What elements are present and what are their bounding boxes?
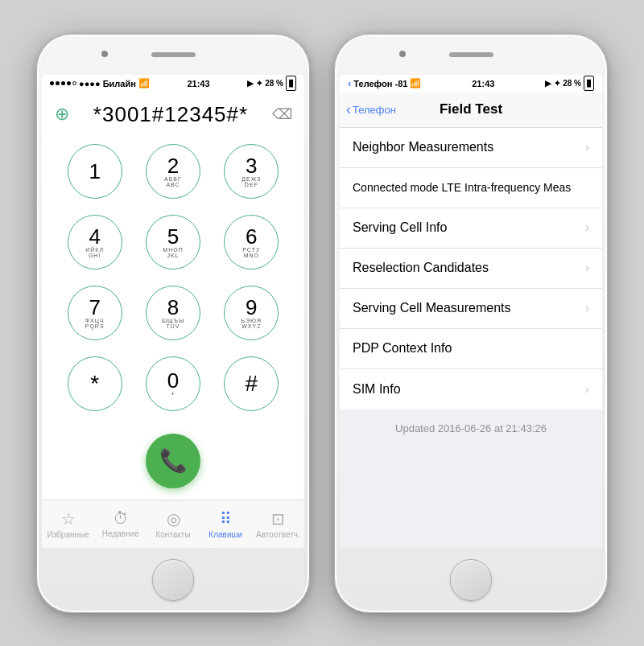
key-star[interactable]: * bbox=[68, 356, 122, 411]
battery-icon-2: ▮ bbox=[584, 76, 594, 91]
nav-title: Field Test bbox=[440, 101, 502, 117]
keypad-label: Клавиши bbox=[208, 530, 242, 539]
chevron-icon-4: › bbox=[585, 261, 589, 275]
key-7-num: 7 bbox=[89, 297, 100, 318]
key-1[interactable]: 1 bbox=[68, 144, 122, 199]
phone-bottom bbox=[152, 548, 194, 612]
dialer-view: ⊕ *3001#12345#* ⌫ 1 2 АБВГАВС 3 ДЕЖЗDEF bbox=[42, 93, 304, 548]
delete-icon[interactable]: ⌫ bbox=[272, 105, 291, 123]
signal-dot-5 bbox=[72, 81, 76, 85]
favorites-icon: ☆ bbox=[61, 509, 76, 529]
signal-dot-4 bbox=[67, 81, 71, 85]
key-3-num: 3 bbox=[246, 155, 257, 176]
key-3-sub: ДЕЖЗDEF bbox=[242, 176, 261, 187]
list-item-neighbor-label: Neighbor Measurements bbox=[353, 140, 493, 154]
key-2-sub: АБВГАВС bbox=[164, 176, 182, 187]
tab-voicemail[interactable]: ⊡ Автоответч. bbox=[252, 509, 304, 539]
key-9-sub: ЬЭЮЯWXYZ bbox=[241, 318, 262, 329]
field-test-view: ‹ Телефон Field Test Neighbor Measuremen… bbox=[340, 93, 602, 548]
list-item-pdp[interactable]: PDP Context Info bbox=[340, 329, 602, 369]
status-left: ●●●● Билайн 📶 bbox=[50, 78, 150, 88]
voicemail-icon: ⊡ bbox=[271, 509, 285, 529]
key-5-num: 5 bbox=[167, 226, 179, 247]
phone-dialer: ●●●● Билайн 📶 21:43 ▶ ✦ 28 % ▮ ⊕ *3001#1… bbox=[36, 34, 310, 613]
chevron-icon-1: › bbox=[585, 140, 589, 154]
key-6[interactable]: 6 РСТУMNO bbox=[224, 215, 279, 270]
key-4-num: 4 bbox=[89, 226, 100, 247]
back-icon: ‹ bbox=[346, 101, 351, 118]
call-row: 📞 bbox=[42, 427, 304, 500]
list-item-pdp-label: PDP Context Info bbox=[353, 341, 452, 356]
carrier-label: ●●●● Билайн bbox=[79, 79, 136, 88]
home-button-2[interactable] bbox=[450, 559, 492, 601]
phone-field-test: ‹ Телефон -81 📶 21:43 ▶ ✦ 28 % ▮ ‹ Телеф… bbox=[334, 34, 608, 613]
field-test-screen: ‹ Телефон -81 📶 21:43 ▶ ✦ 28 % ▮ ‹ Телеф… bbox=[340, 75, 602, 548]
chevron-icon-7: › bbox=[585, 382, 589, 397]
key-8[interactable]: 8 ШЩЪЫTUV bbox=[146, 286, 200, 340]
list-item-reselection[interactable]: Reselection Candidates › bbox=[340, 249, 602, 289]
speaker-2 bbox=[449, 52, 493, 57]
tab-favorites[interactable]: ☆ Избранные bbox=[42, 509, 94, 539]
key-9[interactable]: 9 ЬЭЮЯWXYZ bbox=[224, 286, 279, 340]
chevron-icon-3: › bbox=[585, 220, 589, 235]
battery-label-2: 28 % bbox=[563, 79, 581, 88]
carrier-label-2: Телефон -81 bbox=[353, 79, 407, 88]
key-hash[interactable]: # bbox=[224, 356, 279, 411]
key-5[interactable]: 5 МНОПJKL bbox=[146, 215, 200, 270]
tab-contacts[interactable]: ◎ Контакты bbox=[147, 509, 199, 539]
contacts-icon: ◎ bbox=[167, 509, 180, 529]
location-icon: ▶ bbox=[247, 79, 254, 88]
status-bar: ●●●● Билайн 📶 21:43 ▶ ✦ 28 % ▮ bbox=[42, 75, 304, 93]
phone-bottom-2 bbox=[450, 548, 492, 612]
key-9-num: 9 bbox=[246, 297, 257, 318]
dialer-number-display: *3001#12345#* bbox=[76, 102, 266, 127]
menu-list-container: Neighbor Measurements › Connected mode L… bbox=[340, 128, 602, 548]
nav-back-button[interactable]: ‹ Телефон bbox=[346, 101, 396, 118]
signal-dot-3 bbox=[61, 81, 65, 85]
list-item-neighbor[interactable]: Neighbor Measurements › bbox=[340, 128, 602, 168]
status-time: 21:43 bbox=[187, 79, 209, 88]
tab-keypad[interactable]: ⠿ Клавиши bbox=[200, 509, 252, 539]
key-6-sub: РСТУMNO bbox=[242, 247, 260, 258]
wifi-icon-2: 📶 bbox=[410, 78, 421, 88]
list-item-sim[interactable]: SIM Info › bbox=[340, 369, 602, 409]
key-5-sub: МНОПJKL bbox=[163, 247, 183, 258]
key-0-sub: + bbox=[171, 391, 175, 397]
key-0[interactable]: 0 + bbox=[146, 356, 200, 411]
call-button[interactable]: 📞 bbox=[146, 434, 200, 488]
signal-dot-2 bbox=[56, 81, 60, 85]
tab-bar: ☆ Избранные ⏱ Недавние ◎ Контакты ⠿ Клав… bbox=[42, 500, 304, 548]
status-bar-2: ‹ Телефон -81 📶 21:43 ▶ ✦ 28 % ▮ bbox=[340, 75, 602, 93]
recent-label: Недавние bbox=[102, 529, 139, 538]
voicemail-label: Автоответч. bbox=[256, 530, 300, 539]
menu-list: Neighbor Measurements › Connected mode L… bbox=[340, 128, 602, 409]
key-0-num: 0 bbox=[167, 370, 179, 391]
signal-dots bbox=[50, 81, 76, 85]
tab-recent[interactable]: ⏱ Недавние bbox=[94, 509, 147, 538]
location-icon-2: ▶ bbox=[545, 79, 551, 88]
list-item-serving-measurements-label: Serving Cell Measurements bbox=[353, 301, 511, 315]
key-8-sub: ШЩЪЫTUV bbox=[162, 318, 185, 329]
list-item-connected[interactable]: Connected mode LTE Intra-frequency Meas bbox=[340, 168, 602, 208]
contacts-label: Контакты bbox=[155, 530, 190, 539]
list-item-reselection-label: Reselection Candidates bbox=[353, 261, 489, 275]
phone-top-2 bbox=[335, 35, 607, 75]
home-button[interactable] bbox=[152, 559, 194, 601]
phone-top bbox=[37, 35, 309, 75]
list-item-serving-cell-info[interactable]: Serving Cell Info › bbox=[340, 208, 602, 249]
keypad-icon: ⠿ bbox=[220, 509, 232, 529]
key-7[interactable]: 7 ФХЦЧPQRS bbox=[68, 286, 122, 340]
footer-updated: Updated 2016-06-26 at 21:43:26 bbox=[340, 409, 602, 447]
list-item-serving-measurements[interactable]: Serving Cell Measurements › bbox=[340, 289, 602, 329]
key-2[interactable]: 2 АБВГАВС bbox=[146, 144, 200, 199]
key-4-sub: ИЙКЛGHI bbox=[85, 247, 104, 258]
status-left-2: ‹ Телефон -81 📶 bbox=[348, 77, 421, 89]
key-3[interactable]: 3 ДЕЖЗDEF bbox=[224, 144, 279, 199]
key-4[interactable]: 4 ИЙКЛGHI bbox=[68, 215, 122, 270]
key-8-num: 8 bbox=[167, 297, 179, 318]
add-contact-icon[interactable]: ⊕ bbox=[55, 104, 69, 125]
chevron-icon-5: › bbox=[585, 301, 589, 315]
status-time-2: 21:43 bbox=[472, 79, 494, 88]
key-2-num: 2 bbox=[167, 155, 179, 176]
nav-bar: ‹ Телефон Field Test bbox=[340, 93, 602, 128]
